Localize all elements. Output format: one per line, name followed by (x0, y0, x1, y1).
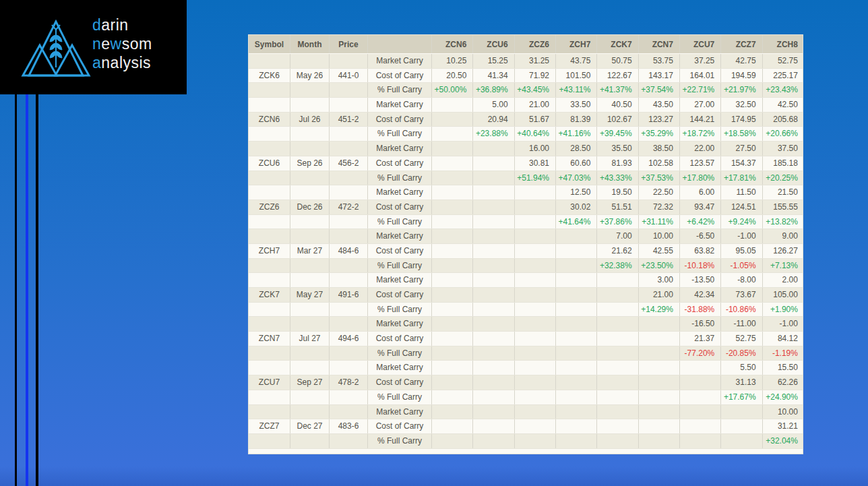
column-header: ZCH7 (556, 35, 597, 53)
cell-value: +47.03% (556, 171, 597, 185)
cell-value: 15.50 (763, 361, 804, 375)
cell-price: 441-0 (330, 69, 368, 83)
cell-value: -10.86% (721, 303, 762, 317)
cell-value (473, 215, 514, 229)
cell-symbol (249, 54, 290, 68)
cell-value: 20.50 (432, 69, 473, 83)
cell-value (556, 259, 597, 273)
cell-value: 5.50 (721, 361, 762, 375)
cell-symbol: ZCN6 (249, 113, 290, 127)
cell-value: +40.64% (515, 127, 556, 141)
cell-row-label: % Full Carry (368, 171, 432, 185)
cell-month (290, 83, 330, 97)
cell-month (290, 434, 330, 448)
cell-value: +21.97% (721, 83, 762, 97)
cell-value: 6.00 (680, 185, 721, 200)
cell-value (473, 375, 514, 390)
cell-price: 483-6 (330, 419, 368, 433)
cell-value: +37.53% (639, 171, 680, 185)
cell-value: +37.54% (639, 83, 680, 97)
cell-value: 33.50 (556, 98, 597, 112)
cell-month (290, 273, 330, 287)
cell-price (330, 317, 368, 331)
cell-price (330, 303, 368, 317)
cell-value (473, 303, 514, 317)
cell-value (432, 185, 473, 200)
table-row: Market Carry5.0021.0033.5040.5043.5027.0… (249, 98, 803, 113)
cell-value (432, 390, 473, 404)
cell-value: +51.94% (515, 171, 556, 185)
table-row: % Full Carry+14.29%-31.88%-10.86%+1.90% (249, 303, 803, 317)
cell-value: 9.00 (763, 229, 804, 243)
cell-value: 42.50 (763, 98, 804, 112)
cell-symbol (249, 317, 290, 331)
cell-symbol (249, 127, 290, 141)
cell-symbol: ZCH7 (249, 244, 290, 258)
cell-value (597, 317, 638, 331)
cell-value: 174.95 (721, 113, 762, 127)
cell-value: +43.11% (556, 83, 597, 97)
cell-value: 10.25 (432, 54, 473, 68)
cell-value: +50.00% (432, 83, 473, 97)
cell-value: 12.50 (556, 185, 597, 200)
cell-symbol (249, 361, 290, 375)
cell-value: +13.82% (763, 215, 804, 229)
cell-value (473, 317, 514, 331)
cell-month (290, 303, 330, 317)
cell-price: 451-2 (330, 113, 368, 127)
cell-value (432, 142, 473, 156)
cell-row-label: Cost of Carry (368, 156, 432, 171)
cell-symbol (249, 259, 290, 273)
cell-value (556, 346, 597, 361)
cell-value (515, 273, 556, 287)
table-row-clipped (249, 449, 803, 454)
cell-value (639, 390, 680, 404)
cell-value (639, 405, 680, 419)
cell-value (639, 317, 680, 331)
cell-value (639, 332, 680, 346)
cell-value (597, 346, 638, 361)
vertical-line-black-left (15, 94, 17, 486)
cell-value (721, 419, 762, 433)
cell-value (515, 259, 556, 273)
logo-line: newsom (92, 34, 152, 53)
table-row: ZCN7Jul 27494-6Cost of Carry21.3752.7584… (249, 332, 803, 346)
cell-value (432, 434, 473, 448)
cell-row-label: % Full Carry (368, 346, 432, 361)
cell-value: 35.50 (597, 142, 638, 156)
table-row: ZCZ6Dec 26472-2Cost of Carry30.0251.5172… (249, 200, 803, 215)
cell-value: 194.59 (721, 69, 762, 83)
cell-price (330, 229, 368, 243)
column-header: ZCK7 (597, 35, 638, 53)
cell-symbol (249, 346, 290, 361)
cell-value (432, 171, 473, 185)
cell-symbol (249, 273, 290, 287)
column-header: ZCU7 (680, 35, 721, 53)
cell-price (330, 273, 368, 287)
cell-value (515, 185, 556, 200)
cell-value: +7.13% (763, 259, 804, 273)
cell-symbol (249, 83, 290, 97)
cell-value: 155.55 (763, 200, 804, 214)
cell-month (290, 259, 330, 273)
cell-value (680, 405, 721, 419)
cell-value: 53.75 (639, 54, 680, 68)
cell-value (473, 405, 514, 419)
cell-value (556, 434, 597, 448)
cell-value (515, 317, 556, 331)
cell-value: 5.00 (473, 98, 514, 112)
cell-value (556, 361, 597, 375)
cell-value (556, 273, 597, 287)
cell-value: 51.67 (515, 113, 556, 127)
cell-value: 27.50 (721, 142, 762, 156)
cell-row-label: Cost of Carry (368, 419, 432, 433)
cell-value (432, 113, 473, 127)
column-header: ZCH8 (763, 35, 804, 53)
cell-value: 42.55 (639, 244, 680, 258)
cell-row-label: Market Carry (368, 98, 432, 112)
cell-symbol (249, 185, 290, 200)
cell-value (515, 288, 556, 302)
cell-symbol (249, 171, 290, 185)
cell-value: +35.29% (639, 127, 680, 141)
cell-value: +24.90% (763, 390, 804, 404)
